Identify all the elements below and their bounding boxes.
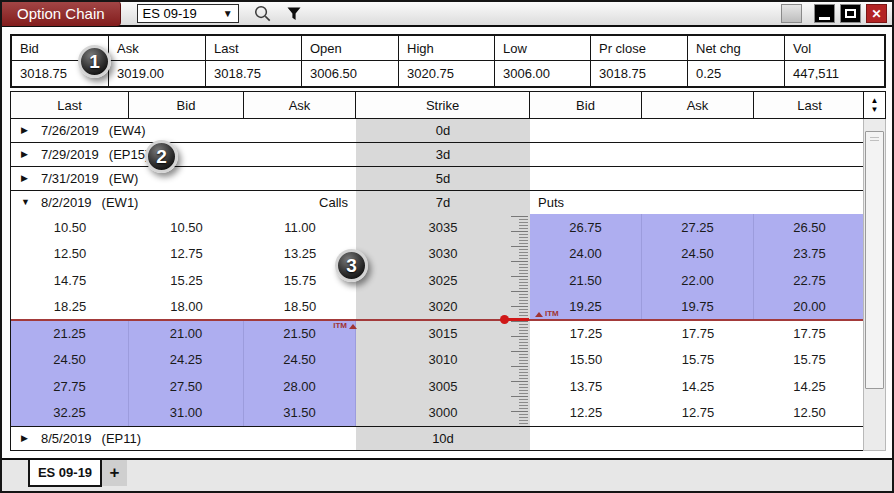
maximize-button[interactable] — [840, 4, 861, 23]
call-bid-cell[interactable]: 27.50 — [129, 373, 244, 400]
expiration-code: (EP15) — [109, 147, 149, 162]
put-bid-cell[interactable]: 26.75 — [530, 214, 642, 241]
days-to-expiry-10d: 10d — [356, 427, 530, 450]
call-ask-cell[interactable]: 11.00 — [244, 214, 356, 241]
call-bid-cell[interactable]: 24.25 — [129, 347, 244, 374]
quote-label-open: Open — [302, 36, 399, 60]
expiration-row-7-31-2019[interactable]: ▶7/31/2019(EW)5d — [10, 166, 864, 191]
put-last-cell[interactable]: 15.75 — [754, 347, 865, 374]
quote-label-net-chg: Net chg — [688, 36, 785, 60]
minimize-button[interactable] — [814, 4, 835, 23]
puts-section-label: Puts — [538, 195, 564, 210]
quote-labels: BidAskLastOpenHighLowPr closeNet chgVol — [12, 36, 884, 61]
put-ask-cell[interactable]: 19.75 — [642, 294, 754, 321]
quote-value-ask: 3019.00 — [109, 61, 206, 86]
put-bid-cell[interactable]: 24.00 — [530, 241, 642, 268]
expand-arrow-icon: ▶ — [21, 150, 33, 159]
minimize-icon — [819, 17, 830, 20]
put-last-cell[interactable]: 12.50 — [754, 400, 865, 427]
expand-arrow-icon: ▶ — [21, 126, 33, 135]
quote-label-low: Low — [495, 36, 591, 60]
quote-value-net-chg: 0.25 — [688, 61, 785, 86]
filter-icon[interactable] — [286, 6, 302, 22]
days-to-expiry-0d: 0d — [356, 119, 530, 142]
expiration-date: 7/26/2019 — [41, 123, 99, 138]
column-header-last-0: Last — [11, 92, 129, 118]
put-ask-cell[interactable]: 27.25 — [642, 214, 754, 241]
quote-value-last: 3018.75 — [206, 61, 302, 86]
option-chain-window: Option Chain ES 09-19 ▼ ✕ BidAskLastOpen… — [0, 0, 894, 493]
chain-body: ▶7/26/2019(EW4)0d▶7/29/2019(EP15)3d▶7/31… — [10, 118, 864, 451]
option-row-3015: 21.2521.0021.50301517.2517.7517.75 — [11, 320, 863, 347]
option-row-3005: 27.7527.5028.00300513.7514.2514.25 — [11, 373, 863, 400]
expiration-date: 7/31/2019 — [41, 171, 99, 186]
put-ask-cell[interactable]: 22.00 — [642, 267, 754, 294]
put-bid-cell[interactable]: 13.75 — [530, 373, 642, 400]
itm-triangle-icon — [349, 324, 357, 329]
expiration-row-7-26-2019[interactable]: ▶7/26/2019(EW4)0d — [10, 118, 864, 143]
expiration-date: 8/5/2019 — [41, 431, 92, 446]
expiration-row-8-2-2019[interactable]: ▼8/2/2019(EW1)Calls7dPuts — [10, 190, 864, 215]
call-bid-cell[interactable]: 15.25 — [129, 267, 244, 294]
call-ask-cell[interactable]: 28.00 — [244, 373, 356, 400]
quote-value-high: 3020.75 — [399, 61, 495, 86]
call-last-cell[interactable]: 24.50 — [11, 347, 129, 374]
call-last-cell[interactable]: 18.25 — [11, 294, 129, 321]
days-to-expiry-5d: 5d — [356, 167, 530, 190]
put-last-cell[interactable]: 23.75 — [754, 241, 865, 268]
call-bid-cell[interactable]: 18.00 — [129, 294, 244, 321]
call-bid-cell[interactable]: 21.00 — [129, 320, 244, 347]
call-bid-cell[interactable]: 31.00 — [129, 400, 244, 427]
expiration-date: 8/2/2019 — [41, 195, 92, 210]
option-row-3025: 14.7515.2515.75302521.5022.0022.75 — [11, 267, 863, 294]
call-last-cell[interactable]: 32.25 — [11, 400, 129, 427]
put-ask-cell[interactable]: 17.75 — [642, 320, 754, 347]
put-bid-cell[interactable]: 12.25 — [530, 400, 642, 427]
put-ask-cell[interactable]: 12.75 — [642, 400, 754, 427]
call-last-cell[interactable]: 21.25 — [11, 320, 129, 347]
quote-value-open: 3006.50 — [302, 61, 399, 86]
option-row-3000: 32.2531.0031.50300012.2512.7512.50 — [11, 400, 863, 427]
call-last-cell[interactable]: 14.75 — [11, 267, 129, 294]
option-row-3030: 12.5012.7513.25303024.0024.5023.75 — [11, 241, 863, 268]
symbol-dropdown[interactable]: ES 09-19 ▼ — [137, 4, 239, 23]
add-tab-button[interactable]: + — [102, 460, 127, 486]
tab-es-09-19[interactable]: ES 09-19 — [28, 460, 102, 487]
scrollbar-thumb[interactable] — [865, 131, 884, 389]
option-chain-table: LastBidAskStrikeBidAskLast ▶7/26/2019(EW… — [10, 91, 886, 451]
days-to-expiry-3d: 3d — [356, 143, 530, 166]
call-last-cell[interactable]: 10.50 — [11, 214, 129, 241]
call-last-cell[interactable]: 27.75 — [11, 373, 129, 400]
put-bid-cell[interactable]: 15.50 — [530, 347, 642, 374]
vertical-scrollbar[interactable]: ▲ ▼ — [864, 91, 886, 451]
call-ask-cell[interactable]: 24.50 — [244, 347, 356, 374]
call-last-cell[interactable]: 12.50 — [11, 241, 129, 268]
put-ask-cell[interactable]: 24.50 — [642, 241, 754, 268]
scroll-down-button[interactable]: ▼ — [871, 106, 879, 114]
put-bid-cell[interactable]: 21.50 — [530, 267, 642, 294]
call-bid-cell[interactable]: 10.50 — [129, 214, 244, 241]
annotation-badge-3: 3 — [335, 249, 368, 282]
put-last-cell[interactable]: 14.25 — [754, 373, 865, 400]
search-icon[interactable] — [253, 4, 272, 23]
put-last-cell[interactable]: 26.50 — [754, 214, 865, 241]
scroll-up-button[interactable]: ▲ — [871, 97, 879, 105]
close-button[interactable]: ✕ — [866, 4, 887, 23]
call-bid-cell[interactable]: 12.75 — [129, 241, 244, 268]
last-price-line — [11, 319, 863, 321]
itm-triangle-icon — [535, 312, 543, 317]
window-blank-button[interactable] — [781, 4, 802, 23]
expiration-code: (EW) — [109, 171, 139, 186]
expiration-row-8-5-2019[interactable]: ▶8/5/2019(EP11)10d — [10, 426, 864, 451]
put-last-cell[interactable]: 17.75 — [754, 320, 865, 347]
put-ask-cell[interactable]: 15.75 — [642, 347, 754, 374]
put-last-cell[interactable]: 22.75 — [754, 267, 865, 294]
put-bid-cell[interactable]: 17.25 — [530, 320, 642, 347]
put-last-cell[interactable]: 20.00 — [754, 294, 865, 321]
put-ask-cell[interactable]: 14.25 — [642, 373, 754, 400]
titlebar: Option Chain ES 09-19 ▼ ✕ — [2, 2, 892, 27]
scrollbar-track[interactable] — [863, 119, 886, 451]
expiration-row-7-29-2019[interactable]: ▶7/29/2019(EP15)3d — [10, 142, 864, 167]
call-ask-cell[interactable]: 18.50 — [244, 294, 356, 321]
call-ask-cell[interactable]: 31.50 — [244, 400, 356, 427]
